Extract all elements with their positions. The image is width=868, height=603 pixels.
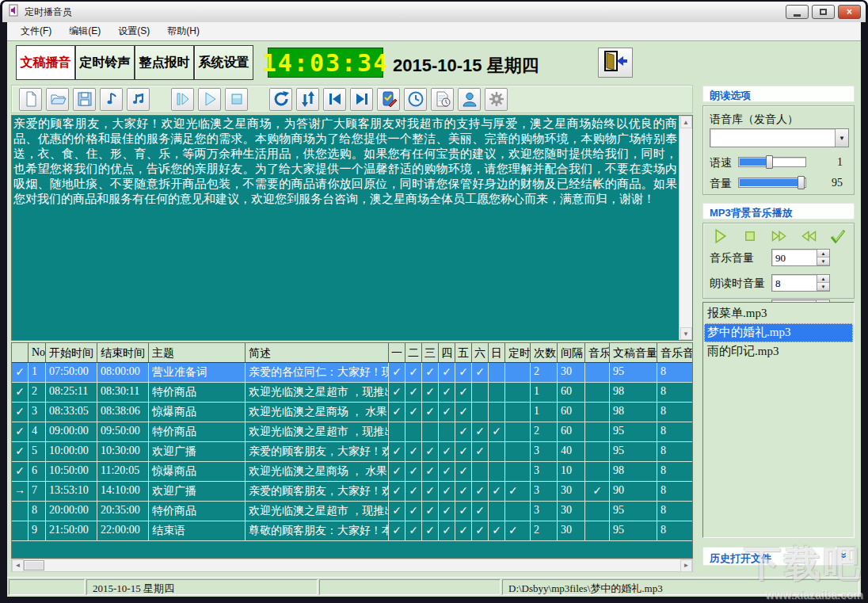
status-bar: 2015-10-15 星期四 D:\Dsbyy\mp3files\梦中的婚礼.m… (7, 577, 861, 597)
open-folder-button[interactable] (46, 88, 69, 111)
stop-button[interactable] (225, 88, 248, 111)
table-row[interactable]: 820:00:0020:35:00特价商品欢迎光临澳之星超市 ，现推出✓✓✓✓✓… (12, 502, 692, 521)
chevron-expand-icon[interactable]: » (838, 552, 851, 559)
music-notes-button[interactable] (127, 88, 150, 111)
table-row[interactable]: →713:53:1014:10:00欢迎广播亲爱的顾客朋友，大家好！欢✓✓✓✓✓… (12, 482, 692, 502)
spinner-arrows-icon[interactable]: ▲▼ (817, 275, 829, 291)
skip-end-button[interactable] (350, 88, 373, 111)
cell: 欢迎光临澳之星超市 ，现推出 (246, 422, 389, 442)
mp3-previous-button[interactable] (799, 227, 818, 245)
cell: 欢迎光临澳之星超市 ，现推出 (246, 383, 389, 403)
tab-文稿播音[interactable]: 文稿播音 (16, 45, 75, 80)
volume-value: 95 (832, 177, 843, 189)
script-editor[interactable]: 亲爱的顾客朋友，大家好！欢迎光临澳之星商场，为答谢广大顾客朋友对我超市的支持与厚… (11, 115, 693, 341)
chevron-down-icon[interactable]: ▼ (835, 129, 848, 147)
reading-volume-spinner[interactable]: 8 ▲▼ (771, 274, 830, 292)
cell: ✓ (455, 521, 472, 541)
cell: 13:53:10 (46, 482, 97, 502)
step-play-icon (174, 90, 192, 108)
playlist-item[interactable]: 报菜单.mp3 (704, 304, 853, 323)
mp3-next-button[interactable] (770, 227, 789, 245)
music-volume-spinner[interactable]: 90 ▲▼ (771, 249, 830, 266)
table-row[interactable]: ✓208:25:1108:30:11特价商品欢迎光临澳之星超市 ，现推出✓✓✓✓… (12, 383, 692, 403)
speed-slider[interactable] (738, 157, 806, 167)
cell: ✓ (405, 383, 422, 403)
cell: 8 (657, 363, 693, 383)
cell: 98 (610, 383, 657, 403)
header-cell: 二 (405, 343, 422, 363)
scroll-down-icon[interactable]: ▼ (680, 327, 692, 340)
history-files-header[interactable]: 历史打开文件 » (702, 547, 855, 566)
scrollbar-thumb[interactable] (24, 560, 44, 571)
table-row[interactable]: 921:50:0022:00:00结束语尊敬的顾客朋友：大家好！本✓✓✓✓✓✓✓… (12, 521, 692, 541)
mp3-play-button[interactable] (711, 227, 730, 245)
playlist-item[interactable]: 梦中的婚礼.mp3 (704, 323, 853, 342)
tab-整点报时[interactable]: 整点报时 (135, 45, 194, 80)
table-horizontal-scrollbar[interactable]: ◄ ► (11, 559, 693, 572)
volume-slider[interactable] (738, 177, 806, 188)
sync-button[interactable] (296, 88, 319, 111)
table-row[interactable]: ✓107:50:0008:00:00营业准备词亲爱的各位同仁：大家好！现✓✓✓✓… (12, 363, 692, 383)
cell (472, 383, 489, 403)
header-cell: 日 (489, 343, 505, 363)
cell: 1 (531, 383, 558, 403)
cell: ✓ (389, 482, 405, 502)
table-row[interactable]: ✓308:33:0508:38:06惊爆商品欢迎光临澳之星商场 ， 水果✓✓✓✓… (12, 403, 692, 422)
settings-button[interactable] (485, 88, 508, 111)
sync-icon (299, 90, 317, 108)
mp3-stop-button[interactable] (740, 227, 760, 245)
music-note-button[interactable] (100, 88, 123, 111)
cell: ✓ (455, 422, 472, 442)
menu-item[interactable]: 编辑(E) (60, 22, 109, 40)
user-button[interactable] (458, 88, 481, 111)
menu-item[interactable]: 文件(F) (12, 22, 60, 40)
scroll-right-icon[interactable]: ► (680, 559, 692, 572)
table-row[interactable]: ✓510:00:0010:30:00欢迎广播亲爱的顾客朋友，大家好！欢✓✓✓✓✓… (12, 442, 692, 462)
tab-系统设置[interactable]: 系统设置 (194, 45, 253, 80)
clock-button[interactable] (404, 88, 427, 111)
tab-定时铃声[interactable]: 定时铃声 (75, 45, 135, 80)
cell (585, 502, 610, 521)
table-row[interactable]: ✓610:50:0011:20:05惊爆商品欢迎光临澳之星商场 ， 水果✓✓✓✓… (12, 462, 692, 482)
skip-end-icon (353, 90, 371, 108)
speed-slider-thumb[interactable] (766, 155, 773, 169)
edit-task-button[interactable] (377, 88, 400, 111)
voice-library-label: 语音库（发音人） (710, 113, 798, 127)
table-row[interactable]: ✓409:00:0009:50:00特价商品欢迎光临澳之星超市 ，现推出✓✓✓2… (12, 422, 692, 442)
save-button[interactable] (73, 88, 96, 111)
cell (489, 462, 505, 482)
scroll-left-icon[interactable]: ◄ (12, 559, 24, 572)
skip-start-button[interactable] (323, 88, 346, 111)
volume-slider-thumb[interactable] (798, 176, 805, 189)
header-cell: 次数 (531, 343, 558, 363)
schedule-doc-icon (434, 90, 451, 108)
schedule-doc-button[interactable] (431, 88, 454, 111)
cell: ✓ (489, 422, 505, 442)
header-cell: 文稿音量 (610, 343, 657, 363)
minimize-button[interactable] (786, 5, 809, 19)
maximize-button[interactable] (812, 5, 835, 19)
editor-vertical-scrollbar[interactable]: ▲ ▼ (679, 116, 692, 340)
close-button[interactable]: × (838, 5, 861, 19)
scroll-up-icon[interactable]: ▲ (680, 116, 692, 128)
cell: 95 (610, 502, 657, 521)
playlist-item[interactable]: 雨的印记.mp3 (704, 342, 853, 361)
refresh-button[interactable] (269, 88, 292, 111)
script-text[interactable]: 亲爱的顾客朋友，大家好！欢迎光临澳之星商场，为答谢广大顾客朋友对我超市的支持与厚… (12, 116, 679, 340)
cell: ✓ (505, 521, 531, 541)
spinner-arrows-icon[interactable]: ▲▼ (817, 250, 829, 265)
exit-button[interactable] (598, 48, 633, 78)
voice-combobox[interactable]: ▼ (710, 128, 849, 147)
window-title: 定时播音员 (25, 6, 72, 19)
cell: 营业准备词 (149, 363, 246, 383)
mp3-confirm-button[interactable] (828, 227, 847, 245)
cell: ✓ (439, 442, 455, 462)
cell: ✓ (389, 521, 405, 541)
menu-item[interactable]: 帮助(H) (158, 22, 208, 40)
step-play-button[interactable] (171, 88, 194, 111)
app-icon (7, 4, 20, 20)
play-button[interactable] (198, 88, 221, 111)
cell: 8 (657, 422, 693, 442)
new-file-button[interactable] (19, 88, 42, 111)
menu-item[interactable]: 设置(S) (109, 22, 158, 40)
